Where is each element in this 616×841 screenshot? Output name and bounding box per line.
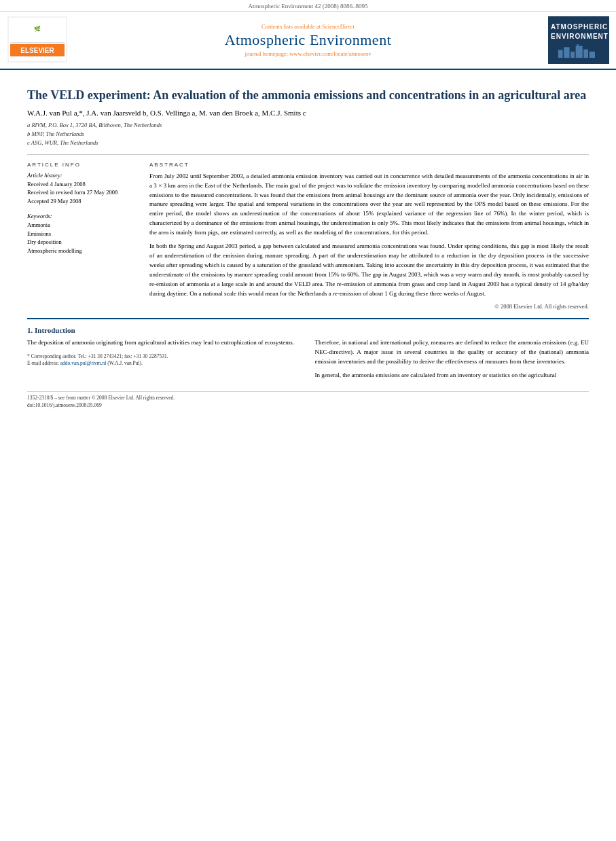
keyword-atmospheric-modelling: Atmospheric modelling [27, 247, 136, 255]
elsevier-logo: 🌿 ELSEVIER [7, 16, 68, 65]
svg-rect-5 [558, 50, 563, 58]
svg-rect-11 [577, 44, 579, 49]
svg-text:🌿: 🌿 [34, 25, 41, 32]
svg-text:ELSEVIER: ELSEVIER [20, 47, 54, 54]
revised-date: Received in revised form 27 May 2008 [27, 188, 136, 197]
journal-citation-text: Atmospheric Environment 42 (2008) 8086–8… [249, 3, 368, 10]
homepage-line: journal homepage: www.elsevier.com/locat… [75, 50, 541, 57]
svg-rect-7 [570, 52, 575, 58]
homepage-url: www.elsevier.com/locate/atmosenv [289, 50, 371, 57]
keyword-emissions: Emissions [27, 230, 136, 238]
abstract-column: ABSTRACT From July 2002 until September … [149, 162, 589, 310]
article-info-heading: ARTICLE INFO [27, 162, 136, 168]
intro-right-col: Therefore, in national and international… [315, 338, 590, 380]
article-history-section: Article history: Received 4 January 2008… [27, 172, 136, 206]
email-label: E-mail address: [27, 360, 60, 366]
copyright-line: © 2008 Elsevier Ltd. All rights reserved… [149, 303, 589, 310]
abstract-paragraph-1: From July 2002 until September 2003, a d… [149, 172, 589, 238]
svg-rect-8 [576, 46, 583, 58]
atmos-env-logo: ATMOSPHERIC ENVIRONMENT [548, 16, 609, 64]
affiliation-1: a RIVM, P.O. Box 1, 3720 BA, Bilthoven, … [27, 121, 589, 130]
intro-left-text: The deposition of ammonia originating fr… [27, 338, 302, 348]
intro-right-text-2: In general, the ammonia emissions are ca… [315, 371, 590, 380]
article-info-abstract-section: ARTICLE INFO Article history: Received 4… [27, 154, 589, 310]
received-date: Received 4 January 2008 [27, 180, 136, 189]
keywords-title: Keywords: [27, 213, 136, 219]
atmos-logo-line1: ATMOSPHERIC [551, 22, 606, 32]
journal-title-block: Contents lists available at ScienceDirec… [75, 23, 541, 57]
introduction-section: The deposition of ammonia originating fr… [27, 338, 589, 380]
atmos-logo-line2: ENVIRONMENT [551, 32, 606, 41]
section-number: 1. [27, 326, 33, 334]
authors-text: W.A.J. van Pul a,*, J.A. van Jaarsveld b… [27, 109, 306, 117]
intro-right-text: Therefore, in national and international… [315, 338, 590, 367]
affiliation-2: b MNP, The Netherlands [27, 130, 589, 139]
keywords-section: Keywords: Ammonia Emissions Dry depositi… [27, 213, 136, 255]
intro-left-col: The deposition of ammonia originating fr… [27, 338, 302, 380]
introduction-heading: 1. Introduction [27, 326, 589, 334]
section-title: Introduction [35, 326, 75, 334]
article-title: The VELD experiment: An evaluation of th… [27, 88, 589, 103]
email-address: addo.van.pul@rivm.nl [60, 360, 107, 366]
journal-header: 🌿 ELSEVIER Contents lists available at S… [0, 12, 616, 70]
keyword-ammonia: Ammonia [27, 221, 136, 230]
sciencedirect-line: Contents lists available at ScienceDirec… [75, 23, 541, 30]
article-info-column: ARTICLE INFO Article history: Received 4… [27, 162, 136, 310]
journal-title: Atmospheric Environment [75, 31, 541, 49]
issn-note: 1352-2310/$ – see front matter © 2008 El… [27, 395, 589, 401]
svg-rect-10 [590, 52, 595, 58]
footer-section: 1352-2310/$ – see front matter © 2008 El… [27, 391, 589, 408]
abstract-heading: ABSTRACT [149, 162, 589, 168]
accepted-date: Accepted 29 May 2008 [27, 197, 136, 206]
affiliation-3: c ASG, WUR, The Netherlands [27, 139, 589, 147]
keyword-dry-deposition: Dry deposition [27, 238, 136, 247]
article-history-title: Article history: [27, 172, 136, 179]
svg-rect-9 [583, 49, 588, 58]
abstract-paragraph-2: In both the Spring and August 2003 perio… [149, 242, 589, 299]
doi-note: doi:10.1016/j.atmosenv.2008.05.069 [27, 402, 589, 408]
svg-rect-6 [564, 47, 569, 58]
section-divider [27, 318, 589, 319]
journal-citation-banner: Atmospheric Environment 42 (2008) 8086–8… [0, 0, 616, 12]
main-content: The VELD experiment: An evaluation of th… [0, 70, 616, 416]
abstract-text-block: From July 2002 until September 2003, a d… [149, 172, 589, 299]
email-attribution: (W.A.J. van Pul). [106, 360, 143, 366]
footnote-corresponding: * Corresponding author. Tel.: +31 30 274… [27, 353, 302, 368]
authors-line: W.A.J. van Pul a,*, J.A. van Jaarsveld b… [27, 109, 589, 117]
affiliations-block: a RIVM, P.O. Box 1, 3720 BA, Bilthoven, … [27, 121, 589, 147]
